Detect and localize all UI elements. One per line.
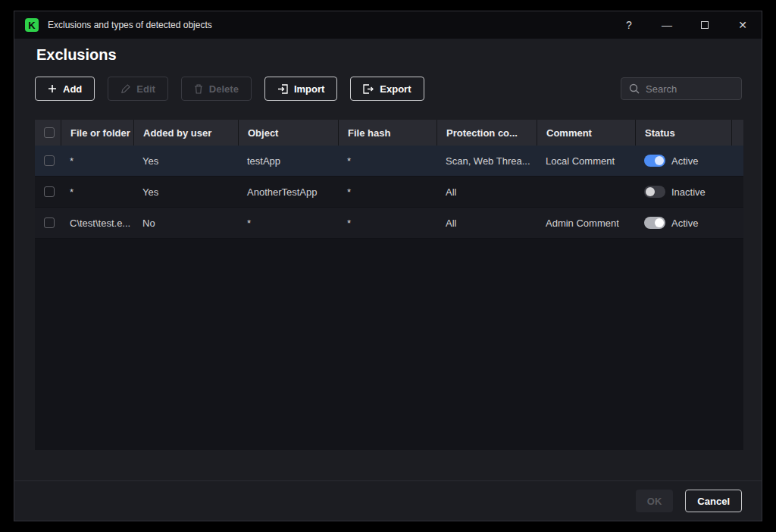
cell-comment: Local Comment <box>537 155 635 167</box>
table-row[interactable]: C\test\test.e... No * * All Admin Commen… <box>35 208 743 239</box>
cell-file: * <box>61 155 133 167</box>
dialog-window: K Exclusions and types of detected objec… <box>14 11 762 521</box>
cell-added: Yes <box>133 155 238 167</box>
col-added-by-user[interactable]: Added by user <box>133 120 238 146</box>
window-title: Exclusions and types of detected objects <box>48 20 212 30</box>
status-toggle[interactable] <box>644 217 665 229</box>
table-row[interactable]: * Yes testApp * Scan, Web Threa... Local… <box>35 146 743 177</box>
title-bar: K Exclusions and types of detected objec… <box>14 11 762 39</box>
cell-protection: All <box>436 217 537 229</box>
col-file-hash[interactable]: File hash <box>338 120 436 146</box>
cell-hash: * <box>338 217 436 229</box>
import-icon <box>277 84 288 94</box>
cell-added: Yes <box>133 186 238 198</box>
exclusions-table: File or folder Added by user Object File… <box>35 120 743 450</box>
dialog-footer: OK Cancel <box>14 480 762 521</box>
edit-button[interactable]: Edit <box>108 77 168 101</box>
toolbar: Add Edit Delete Import Export <box>35 77 424 101</box>
export-label: Export <box>380 83 411 95</box>
table-row[interactable]: * Yes AnotherTestApp * All Inactive <box>35 177 743 208</box>
delete-button[interactable]: Delete <box>181 77 252 101</box>
pencil-icon <box>120 84 130 94</box>
status-label: Active <box>671 217 698 229</box>
row-checkbox[interactable] <box>44 186 55 197</box>
search-input[interactable] <box>646 83 734 95</box>
page-title: Exclusions <box>36 46 117 64</box>
add-label: Add <box>63 83 82 95</box>
row-checkbox[interactable] <box>44 217 55 228</box>
cell-protection: Scan, Web Threa... <box>436 155 537 167</box>
select-all-checkbox[interactable] <box>44 127 55 138</box>
export-button[interactable]: Export <box>350 77 424 101</box>
cell-hash: * <box>338 186 436 198</box>
export-icon <box>363 84 374 94</box>
cell-object: * <box>238 217 338 229</box>
col-comment[interactable]: Comment <box>537 120 635 146</box>
table-header: File or folder Added by user Object File… <box>35 120 743 146</box>
add-button[interactable]: Add <box>35 77 95 101</box>
search-icon <box>629 83 640 94</box>
cell-object: testApp <box>238 155 338 167</box>
status-label: Inactive <box>671 186 706 198</box>
trash-icon <box>194 84 203 94</box>
col-status[interactable]: Status <box>635 120 731 146</box>
col-object[interactable]: Object <box>238 120 338 146</box>
close-button[interactable]: ✕ <box>734 17 751 33</box>
maximize-button[interactable] <box>696 17 713 33</box>
import-button[interactable]: Import <box>264 77 337 101</box>
plus-icon <box>48 84 57 93</box>
help-button[interactable]: ? <box>621 17 637 33</box>
col-extra <box>731 120 743 146</box>
search-box <box>621 77 742 100</box>
kaspersky-logo-icon: K <box>25 18 39 32</box>
status-toggle[interactable] <box>644 155 665 167</box>
minimize-button[interactable]: — <box>659 17 675 33</box>
import-label: Import <box>294 83 324 95</box>
edit-label: Edit <box>136 83 155 95</box>
cell-file: * <box>61 186 133 198</box>
cell-comment: Admin Comment <box>537 217 635 229</box>
cell-object: AnotherTestApp <box>238 186 338 198</box>
cancel-button[interactable]: Cancel <box>685 490 742 512</box>
maximize-icon <box>701 21 709 29</box>
row-checkbox[interactable] <box>44 155 55 166</box>
table-empty-area <box>35 239 743 450</box>
delete-label: Delete <box>209 83 239 95</box>
cell-protection: All <box>436 186 537 198</box>
col-protection[interactable]: Protection co... <box>436 120 537 146</box>
cell-file: C\test\test.e... <box>61 217 133 229</box>
cell-hash: * <box>338 155 436 167</box>
col-file-or-folder[interactable]: File or folder <box>61 120 133 146</box>
cell-added: No <box>133 217 238 229</box>
status-label: Active <box>671 155 698 167</box>
status-toggle[interactable] <box>644 186 665 198</box>
ok-button[interactable]: OK <box>636 490 674 512</box>
